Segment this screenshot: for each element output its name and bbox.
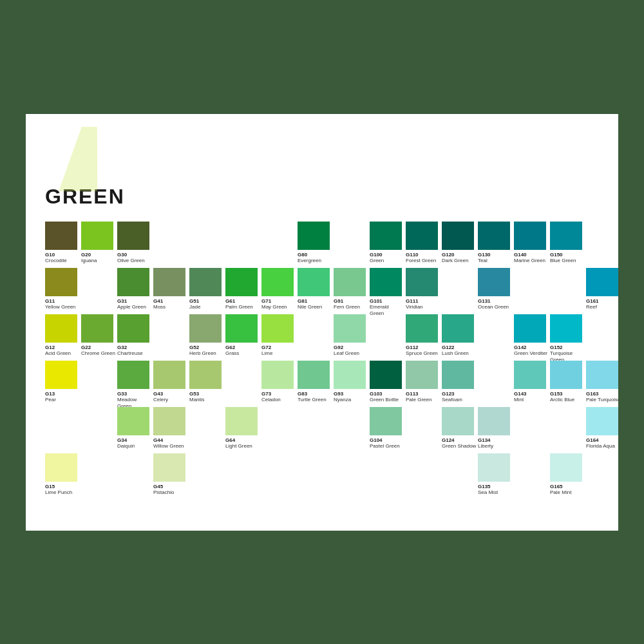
color-swatch — [514, 222, 546, 250]
color-code: G71 — [261, 298, 296, 305]
color-swatch — [45, 222, 77, 250]
color-name: Iguana — [81, 258, 116, 264]
color-item: G32Chartreuse — [117, 314, 152, 357]
color-code: G122 — [442, 345, 477, 351]
color-swatch — [406, 361, 438, 389]
color-code: G44 — [153, 437, 188, 444]
color-code: G15 — [45, 484, 80, 490]
color-name: Chartreuse — [117, 350, 152, 357]
color-swatch — [189, 361, 222, 389]
color-item: G130Teal — [478, 222, 513, 264]
color-name: Green Shadow — [442, 443, 477, 450]
color-name: Palm Green — [225, 304, 260, 310]
color-code: G124 — [442, 437, 477, 444]
color-swatch — [550, 453, 582, 482]
color-code: G83 — [298, 391, 332, 397]
color-item: G72Lime — [261, 314, 296, 357]
color-swatch — [261, 361, 294, 389]
color-name: Pistachio — [153, 489, 188, 496]
color-code: G113 — [406, 391, 440, 397]
color-item: G165Pale Mint — [550, 453, 585, 496]
color-item: G12Acid Green — [45, 314, 80, 357]
color-code: G53 — [189, 391, 224, 397]
color-name: Florida Aqua — [586, 443, 618, 450]
color-name: Lush Green — [442, 350, 477, 357]
color-swatch — [153, 407, 185, 435]
color-code: G92 — [334, 345, 368, 351]
color-name: Sea Mist — [478, 489, 513, 496]
color-code: G43 — [153, 391, 188, 397]
color-item: G161Reef — [586, 268, 618, 310]
color-swatch — [117, 361, 149, 389]
color-name: Lime — [261, 350, 296, 357]
color-name: Celadon — [261, 397, 296, 403]
color-code: G52 — [189, 345, 224, 351]
color-item: G83Turtle Green — [298, 361, 332, 403]
color-code: G10 — [45, 252, 80, 258]
color-swatch — [442, 222, 474, 250]
color-item: G103Green Bottle — [370, 361, 404, 403]
color-item: G34Daiquiri — [117, 407, 152, 450]
color-swatch — [370, 407, 402, 435]
color-name: Arctic Blue — [550, 397, 585, 403]
color-code: G33 — [117, 391, 152, 397]
color-swatch — [334, 268, 366, 296]
color-code: G11 — [45, 298, 80, 305]
color-name: Viridian — [406, 304, 440, 310]
color-code: G104 — [370, 437, 404, 444]
color-code: G120 — [442, 252, 477, 258]
color-chart-card: GREEN G10CrocodileG11Yellow GreenG12Acid… — [26, 114, 618, 531]
color-grid: G10CrocodileG11Yellow GreenG12Acid Green… — [45, 222, 599, 511]
color-item: G101Emerald Green — [370, 268, 404, 317]
color-swatch — [45, 314, 77, 343]
color-item: G111Viridian — [406, 268, 440, 310]
color-swatch — [81, 314, 113, 343]
color-name: Herb Green — [189, 350, 224, 357]
color-item: G152Turquoise Green — [550, 314, 585, 363]
color-code: G93 — [334, 391, 368, 397]
color-item: G20Iguana — [81, 222, 116, 264]
color-item: G15Lime Punch — [45, 453, 80, 496]
color-code: G123 — [442, 391, 477, 397]
color-item: G153Arctic Blue — [550, 361, 585, 403]
color-code: G134 — [478, 437, 513, 444]
color-name: Forest Green — [406, 258, 440, 264]
color-swatch — [298, 222, 330, 250]
color-code: G81 — [298, 298, 332, 305]
color-item: G131Ocean Green — [478, 268, 513, 310]
color-code: G72 — [261, 345, 296, 351]
color-name: Seafoam — [442, 397, 477, 403]
color-code: G103 — [370, 391, 404, 397]
color-code: G30 — [117, 252, 152, 258]
color-code: G13 — [45, 391, 80, 397]
color-code: G101 — [370, 298, 404, 305]
color-swatch — [586, 268, 618, 296]
color-name: Jade — [189, 304, 224, 310]
color-code: G62 — [225, 345, 260, 351]
color-name: Teal — [478, 258, 513, 264]
color-item: G113Pale Green — [406, 361, 440, 403]
color-item: G140Marine Green — [514, 222, 549, 264]
color-item: G13Pear — [45, 361, 80, 403]
color-name: Mint — [514, 397, 549, 403]
color-item: G91Fern Green — [334, 268, 368, 310]
color-code: G165 — [550, 484, 585, 490]
color-swatch — [225, 314, 258, 343]
color-swatch — [189, 268, 222, 296]
color-code: G51 — [189, 298, 224, 305]
color-item: G143Mint — [514, 361, 549, 403]
color-swatch — [45, 361, 77, 389]
color-swatch — [370, 361, 402, 389]
color-code: G32 — [117, 345, 152, 351]
color-swatch — [153, 268, 185, 296]
color-code: G31 — [117, 298, 152, 305]
color-swatch — [478, 453, 510, 482]
color-code: G12 — [45, 345, 80, 351]
color-code: G100 — [370, 252, 404, 258]
color-code: G45 — [153, 484, 188, 490]
color-swatch — [81, 222, 113, 250]
color-name: Pear — [45, 397, 80, 403]
color-name: Celery — [153, 397, 188, 403]
color-code: G22 — [81, 345, 116, 351]
color-item: G123Seafoam — [442, 361, 477, 403]
